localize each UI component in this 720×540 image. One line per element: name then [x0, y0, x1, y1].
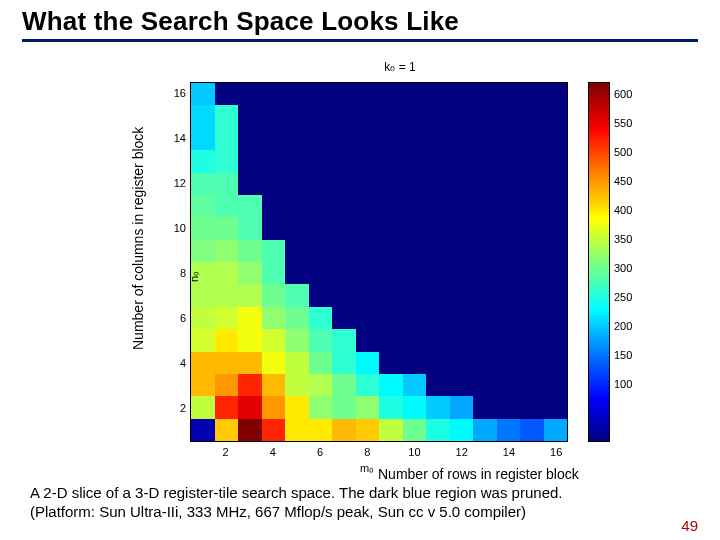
heatmap-cell — [332, 173, 356, 195]
y-axis-label-inner: n₀ — [188, 272, 201, 282]
heatmap-cell — [356, 396, 380, 418]
heatmap-cell — [403, 396, 427, 418]
heatmap-cell — [262, 217, 286, 239]
heatmap-cell — [544, 307, 568, 329]
heatmap-cell — [238, 307, 262, 329]
heatmap-cell — [332, 374, 356, 396]
heatmap-cell — [403, 240, 427, 262]
heatmap-cell — [356, 240, 380, 262]
x-axis-label-outer: Number of rows in register block — [378, 466, 579, 482]
heatmap-cell — [403, 284, 427, 306]
heatmap-cell — [450, 217, 474, 239]
heatmap-cell — [426, 284, 450, 306]
heatmap-cell — [238, 128, 262, 150]
heatmap-cell — [403, 150, 427, 172]
heatmap-cell — [309, 173, 333, 195]
heatmap-cell — [544, 128, 568, 150]
heatmap-cell — [356, 329, 380, 351]
heatmap-cell — [262, 195, 286, 217]
heatmap-cell — [309, 128, 333, 150]
heatmap-cell — [426, 307, 450, 329]
heatmap-cell — [262, 352, 286, 374]
heatmap-cell — [544, 150, 568, 172]
heatmap-cell — [497, 195, 521, 217]
colorbar-tick: 300 — [614, 262, 632, 274]
heatmap-cell — [262, 128, 286, 150]
heatmap-cell — [426, 128, 450, 150]
heatmap-cell — [332, 240, 356, 262]
heatmap-cell — [309, 83, 333, 105]
heatmap-cell — [544, 217, 568, 239]
heatmap-cell — [450, 284, 474, 306]
heatmap-cell — [473, 329, 497, 351]
heatmap-cell — [238, 217, 262, 239]
colorbar-tick: 550 — [614, 117, 632, 129]
heatmap-cell — [356, 262, 380, 284]
heatmap-cell — [309, 329, 333, 351]
heatmap-cell — [497, 329, 521, 351]
heatmap-cell — [473, 374, 497, 396]
heatmap-axes: n₀ — [190, 82, 568, 442]
heatmap-cell — [238, 262, 262, 284]
heatmap-cell — [356, 217, 380, 239]
heatmap-cell — [473, 240, 497, 262]
heatmap-cell — [473, 419, 497, 441]
heatmap-cell — [215, 284, 239, 306]
heatmap-cell — [379, 307, 403, 329]
heatmap-cell — [215, 352, 239, 374]
heatmap-cell — [215, 374, 239, 396]
y-tick: 12 — [162, 177, 186, 189]
heatmap-cell — [379, 419, 403, 441]
caption-line-2: (Platform: Sun Ultra-IIi, 333 MHz, 667 M… — [30, 502, 690, 521]
heatmap-cell — [473, 150, 497, 172]
heatmap-cell — [379, 374, 403, 396]
heatmap-cell — [191, 374, 215, 396]
heatmap-cell — [426, 173, 450, 195]
heatmap-cell — [426, 150, 450, 172]
heatmap-cell — [379, 150, 403, 172]
heatmap-cell — [356, 150, 380, 172]
heatmap-cell — [285, 105, 309, 127]
heatmap-cell — [450, 128, 474, 150]
heatmap-cell — [497, 128, 521, 150]
heatmap-cell — [215, 128, 239, 150]
heatmap-cell — [332, 105, 356, 127]
heatmap-cell — [309, 307, 333, 329]
heatmap-cell — [403, 105, 427, 127]
heatmap-cell — [497, 150, 521, 172]
heatmap-cell — [262, 105, 286, 127]
heatmap-cell — [238, 396, 262, 418]
heatmap-cell — [450, 150, 474, 172]
heatmap-cell — [450, 329, 474, 351]
heatmap-cell — [309, 352, 333, 374]
heatmap-cell — [262, 173, 286, 195]
heatmap-cell — [238, 150, 262, 172]
heatmap-cell — [379, 352, 403, 374]
heatmap-cell — [544, 396, 568, 418]
heatmap-cell — [215, 83, 239, 105]
heatmap-cell — [450, 240, 474, 262]
heatmap-cell — [520, 374, 544, 396]
heatmap-cell — [262, 374, 286, 396]
heatmap-cell — [356, 195, 380, 217]
heatmap-cell — [309, 105, 333, 127]
heatmap-cell — [520, 128, 544, 150]
heatmap-cell — [520, 307, 544, 329]
heatmap-cell — [332, 83, 356, 105]
heatmap-cell — [191, 284, 215, 306]
heatmap-cell — [497, 284, 521, 306]
heatmap-cell — [450, 173, 474, 195]
y-tick: 14 — [162, 132, 186, 144]
heatmap-cell — [356, 352, 380, 374]
heatmap-cell — [309, 262, 333, 284]
heatmap-cell — [356, 284, 380, 306]
heatmap-cell — [238, 240, 262, 262]
heatmap-cell — [426, 329, 450, 351]
colorbar-gradient — [589, 83, 609, 441]
page-number: 49 — [681, 517, 698, 534]
heatmap-cell — [544, 262, 568, 284]
heatmap-chart: k₀ = 1 n₀ 246810121416 246810121416 m₀ 1… — [150, 60, 650, 470]
heatmap-cell — [215, 262, 239, 284]
heatmap-cell — [520, 83, 544, 105]
heatmap-cell — [379, 83, 403, 105]
